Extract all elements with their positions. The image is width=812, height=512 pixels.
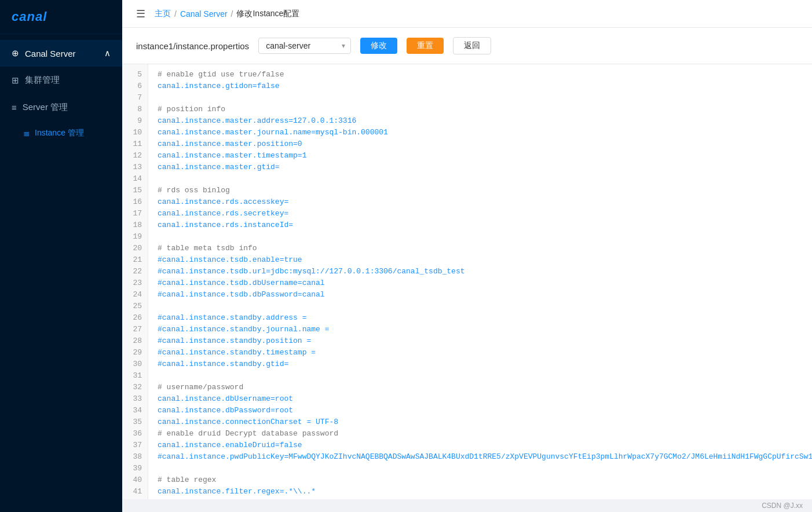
code-line[interactable]: canal.instance.filter.regex=.*\\..* [158, 486, 803, 498]
topbar: ☰ 主页 / Canal Server / 修改Instance配置 [122, 0, 812, 28]
sidebar-item-instance-mgmt[interactable]: ≣ Instance 管理 [0, 121, 122, 145]
breadcrumb-sep-2: / [231, 9, 233, 19]
logo-text: canal [12, 9, 47, 24]
code-line[interactable]: # enable druid Decrypt database password [158, 428, 803, 440]
sidebar-item-cluster-mgmt[interactable]: ⊞ 集群管理 [0, 67, 122, 94]
canal-server-label: Canal Server [25, 49, 76, 58]
line-number: 36 [122, 428, 148, 440]
line-number: 35 [122, 416, 148, 428]
sidebar-nav: ⊕ Canal Server ∧ ⊞ 集群管理 ≡ Server 管理 ≣ In… [0, 34, 122, 512]
line-number: 6 [122, 81, 148, 92]
sidebar-item-server-mgmt[interactable]: ≡ Server 管理 [0, 94, 122, 121]
line-number: 25 [122, 301, 148, 312]
code-line[interactable]: canal.instance.rds.accesskey= [158, 196, 803, 208]
canal-server-icon: ⊕ [12, 48, 19, 58]
modify-button[interactable]: 修改 [360, 38, 397, 54]
line-number: 13 [122, 162, 148, 173]
code-line[interactable] [158, 370, 803, 382]
line-number: 37 [122, 440, 148, 451]
instance-file-title: instance1/instance.propertios [136, 41, 249, 51]
line-number: 8 [122, 104, 148, 115]
code-line[interactable]: canal.instance.enableDruid=false [158, 440, 803, 451]
code-line[interactable]: canal.instance.rds.secretkey= [158, 208, 803, 220]
code-line[interactable]: # table regex [158, 474, 803, 486]
collapse-icon: ∧ [104, 48, 111, 58]
line-number: 5 [122, 69, 148, 81]
code-line[interactable]: # username/password [158, 382, 803, 393]
back-button[interactable]: 返回 [453, 37, 491, 54]
code-line[interactable]: canal.instance.dbPassword=root [158, 405, 803, 416]
code-editor[interactable]: 5678910111213141516171819202122232425262… [122, 64, 812, 499]
line-number: 34 [122, 405, 148, 416]
footer: CSDN @J.xx [122, 499, 812, 512]
code-line[interactable]: #canal.instance.standby.journal.name = [158, 324, 803, 335]
code-line[interactable] [158, 173, 803, 185]
code-line[interactable] [158, 463, 803, 474]
line-number: 41 [122, 486, 148, 498]
code-line[interactable]: # rds oss binlog [158, 185, 803, 196]
code-line[interactable] [158, 231, 803, 243]
line-number: 16 [122, 196, 148, 208]
code-line[interactable] [158, 301, 803, 312]
reset-button[interactable]: 重置 [407, 38, 444, 54]
code-line[interactable]: canal.instance.master.journal.name=mysql… [158, 127, 803, 138]
code-line[interactable]: #canal.instance.standby.gtid= [158, 359, 803, 370]
line-number: 24 [122, 289, 148, 301]
code-line[interactable]: #canal.instance.standby.address = [158, 312, 803, 324]
line-number: 12 [122, 150, 148, 162]
line-number: 29 [122, 347, 148, 359]
line-number: 15 [122, 185, 148, 196]
code-line[interactable]: canal.instance.master.position=0 [158, 138, 803, 150]
code-line[interactable]: #canal.instance.standby.position = [158, 335, 803, 347]
code-line[interactable]: #canal.instance.tsdb.dbUsername=canal [158, 277, 803, 289]
code-line[interactable]: canal.instance.master.gtid= [158, 162, 803, 173]
footer-text: CSDN @J.xx [762, 502, 803, 510]
line-number: 20 [122, 243, 148, 254]
code-line[interactable] [158, 92, 803, 104]
page-header: instance1/instance.propertios canal-serv… [122, 28, 812, 64]
line-number: 14 [122, 173, 148, 185]
main-content: ☰ 主页 / Canal Server / 修改Instance配置 insta… [122, 0, 812, 512]
line-number: 18 [122, 220, 148, 231]
code-line[interactable]: #canal.instance.standby.timestamp = [158, 347, 803, 359]
breadcrumb: 主页 / Canal Server / 修改Instance配置 [155, 9, 299, 19]
line-number: 31 [122, 370, 148, 382]
sidebar: canal ⊕ Canal Server ∧ ⊞ 集群管理 ≡ Server 管… [0, 0, 122, 512]
line-number: 30 [122, 359, 148, 370]
line-number: 21 [122, 254, 148, 266]
line-number: 28 [122, 335, 148, 347]
instance-label: Instance 管理 [35, 128, 84, 138]
code-line[interactable]: canal.instance.connectionCharset = UTF-8 [158, 416, 803, 428]
line-number: 39 [122, 463, 148, 474]
line-number: 11 [122, 138, 148, 150]
line-number: 32 [122, 382, 148, 393]
line-number: 9 [122, 115, 148, 127]
instance-icon: ≣ [23, 129, 30, 138]
code-line[interactable]: # position info [158, 104, 803, 115]
line-number: 23 [122, 277, 148, 289]
code-line[interactable]: canal.instance.gtidon=false [158, 81, 803, 92]
line-number: 22 [122, 266, 148, 277]
breadcrumb-canal-server[interactable]: Canal Server [180, 9, 228, 19]
code-lines[interactable]: # enable gtid use true/falsecanal.instan… [148, 64, 812, 499]
menu-toggle-icon[interactable]: ☰ [136, 8, 145, 20]
sidebar-item-canal-server[interactable]: ⊕ Canal Server ∧ [0, 40, 122, 67]
code-line[interactable]: #canal.instance.tsdb.enable=true [158, 254, 803, 266]
server-select-wrapper[interactable]: canal-server ▾ [258, 38, 351, 54]
cluster-label: 集群管理 [25, 75, 60, 86]
server-label: Server 管理 [23, 102, 68, 113]
code-line[interactable]: canal.instance.dbUsername=root [158, 393, 803, 405]
server-select[interactable]: canal-server [258, 38, 351, 54]
code-line[interactable]: # enable gtid use true/false [158, 69, 803, 81]
code-line[interactable]: canal.instance.master.timestamp=1 [158, 150, 803, 162]
breadcrumb-home[interactable]: 主页 [155, 9, 171, 19]
server-icon: ≡ [12, 103, 17, 112]
code-line[interactable]: #canal.instance.pwdPublicKey=MFwwDQYJKoZ… [158, 451, 803, 463]
code-line[interactable]: #canal.instance.tsdb.dbPassword=canal [158, 289, 803, 301]
breadcrumb-sep-1: / [174, 9, 177, 19]
code-line[interactable]: canal.instance.master.address=127.0.0.1:… [158, 115, 803, 127]
code-line[interactable]: canal.instance.rds.instanceId= [158, 220, 803, 231]
line-number: 40 [122, 474, 148, 486]
code-line[interactable]: # table meta tsdb info [158, 243, 803, 254]
code-line[interactable]: #canal.instance.tsdb.url=jdbc:mysql://12… [158, 266, 803, 277]
